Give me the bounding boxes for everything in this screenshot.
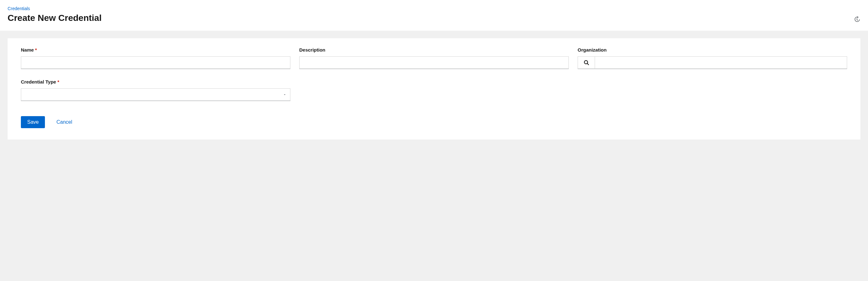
svg-line-1 (587, 63, 589, 65)
breadcrumb-credentials[interactable]: Credentials (8, 6, 30, 11)
cancel-button[interactable]: Cancel (56, 119, 72, 125)
name-label-text: Name (21, 47, 34, 53)
credential-type-select[interactable] (21, 88, 290, 101)
credential-type-label: Credential Type* (21, 79, 290, 85)
page-title: Create New Credential (8, 13, 860, 23)
credential-type-select-wrap (21, 88, 290, 101)
name-label: Name* (21, 47, 290, 53)
form-group-credential-type: Credential Type* (21, 79, 290, 101)
save-button[interactable]: Save (21, 116, 45, 128)
form-actions: Save Cancel (21, 116, 847, 128)
content-area: Name* Description Organization (0, 31, 868, 147)
organization-input-wrap (578, 56, 847, 69)
form-group-organization: Organization (578, 47, 847, 69)
history-icon[interactable] (854, 16, 860, 23)
form-group-description: Description (299, 47, 569, 69)
credential-type-label-text: Credential Type (21, 79, 56, 85)
required-star-icon: * (57, 79, 59, 85)
description-input[interactable] (299, 56, 569, 69)
organization-input[interactable] (595, 56, 847, 69)
organization-search-button[interactable] (578, 56, 595, 69)
name-input[interactable] (21, 56, 290, 69)
page-header: Credentials Create New Credential (0, 0, 868, 31)
form-row-2: Credential Type* (21, 79, 847, 101)
form-group-name: Name* (21, 47, 290, 69)
required-star-icon: * (35, 47, 37, 53)
form-row-1: Name* Description Organization (21, 47, 847, 69)
description-label: Description (299, 47, 569, 53)
search-icon (584, 60, 589, 65)
form-card: Name* Description Organization (8, 38, 860, 139)
organization-label: Organization (578, 47, 847, 53)
